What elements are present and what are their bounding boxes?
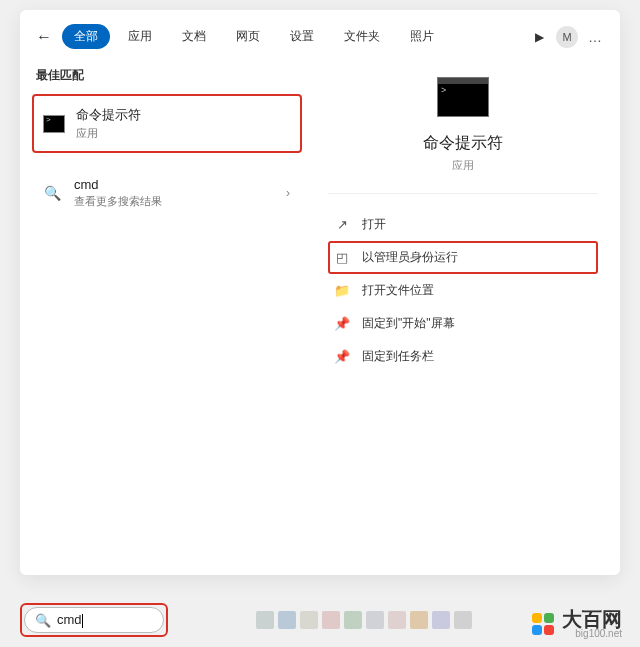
- pin-icon: 📌: [334, 349, 350, 364]
- taskbar-icon[interactable]: [388, 611, 406, 629]
- tab-docs[interactable]: 文档: [170, 24, 218, 49]
- action-run-as-admin[interactable]: ◰ 以管理员身份运行: [328, 241, 598, 274]
- result-subtitle: 应用: [76, 126, 292, 141]
- search-results-panel: ← 全部 应用 文档 网页 设置 文件夹 照片 ▶ M … 最佳匹配 命令提示符…: [20, 10, 620, 575]
- folder-icon: 📁: [334, 283, 350, 298]
- back-button[interactable]: ←: [32, 28, 56, 46]
- brand-name: 大百网: [562, 609, 622, 629]
- tab-folders[interactable]: 文件夹: [332, 24, 392, 49]
- taskbar-icon[interactable]: [410, 611, 428, 629]
- taskbar-icon[interactable]: [256, 611, 274, 629]
- result-title: 命令提示符: [76, 106, 292, 124]
- results-list: 最佳匹配 命令提示符 应用 🔍 cmd 查看更多搜索结果 ›: [32, 59, 302, 554]
- search-icon: 🔍: [40, 183, 64, 203]
- search-box-highlight: 🔍 cmd: [20, 603, 168, 637]
- taskbar-icon[interactable]: [278, 611, 296, 629]
- tab-photos[interactable]: 照片: [398, 24, 446, 49]
- detail-app-icon: [437, 77, 489, 117]
- result-detail-pane: 命令提示符 应用 ↗ 打开 ◰ 以管理员身份运行 📁 打开文件位置 📌: [318, 59, 608, 554]
- user-avatar[interactable]: M: [556, 26, 578, 48]
- cmd-app-icon: [42, 114, 66, 134]
- chevron-right-icon: ›: [282, 186, 294, 200]
- result-title: cmd: [74, 177, 282, 192]
- taskbar-icon[interactable]: [344, 611, 362, 629]
- action-pin-taskbar[interactable]: 📌 固定到任务栏: [328, 340, 598, 373]
- action-label: 打开文件位置: [362, 282, 434, 299]
- action-label: 以管理员身份运行: [362, 249, 458, 266]
- action-label: 固定到"开始"屏幕: [362, 315, 455, 332]
- taskbar-icon[interactable]: [432, 611, 450, 629]
- action-label: 打开: [362, 216, 386, 233]
- search-icon: 🔍: [35, 613, 51, 628]
- taskbar-search-box[interactable]: 🔍 cmd: [24, 607, 164, 633]
- result-command-prompt[interactable]: 命令提示符 应用: [32, 94, 302, 153]
- open-icon: ↗: [334, 217, 350, 232]
- tab-all[interactable]: 全部: [62, 24, 110, 49]
- taskbar-icon[interactable]: [300, 611, 318, 629]
- taskbar-icon[interactable]: [322, 611, 340, 629]
- filter-tabs-bar: ← 全部 应用 文档 网页 设置 文件夹 照片 ▶ M …: [32, 20, 608, 59]
- taskbar-icon[interactable]: [366, 611, 384, 629]
- brand-logo-icon: [530, 611, 556, 637]
- action-open-file-location[interactable]: 📁 打开文件位置: [328, 274, 598, 307]
- action-pin-start[interactable]: 📌 固定到"开始"屏幕: [328, 307, 598, 340]
- detail-header: 命令提示符 应用: [328, 67, 598, 194]
- action-label: 固定到任务栏: [362, 348, 434, 365]
- tab-settings[interactable]: 设置: [278, 24, 326, 49]
- action-open[interactable]: ↗ 打开: [328, 208, 598, 241]
- tab-apps[interactable]: 应用: [116, 24, 164, 49]
- more-options-button[interactable]: …: [584, 29, 608, 45]
- result-cmd-more[interactable]: 🔍 cmd 查看更多搜索结果 ›: [32, 167, 302, 219]
- shield-icon: ◰: [334, 250, 350, 265]
- play-icon[interactable]: ▶: [528, 26, 550, 48]
- detail-title: 命令提示符: [423, 133, 503, 154]
- pin-icon: 📌: [334, 316, 350, 331]
- search-input-value[interactable]: cmd: [57, 612, 153, 628]
- detail-subtitle: 应用: [452, 158, 474, 173]
- tab-web[interactable]: 网页: [224, 24, 272, 49]
- brand-domain: big100.net: [562, 629, 622, 639]
- watermark-brand: 大百网 big100.net: [530, 609, 622, 639]
- taskbar-icon[interactable]: [454, 611, 472, 629]
- results-body: 最佳匹配 命令提示符 应用 🔍 cmd 查看更多搜索结果 ›: [32, 59, 608, 554]
- taskbar-app-icons: [256, 611, 472, 629]
- best-match-label: 最佳匹配: [32, 59, 302, 94]
- actions-list: ↗ 打开 ◰ 以管理员身份运行 📁 打开文件位置 📌 固定到"开始"屏幕 📌: [318, 194, 608, 387]
- result-subtitle: 查看更多搜索结果: [74, 194, 282, 209]
